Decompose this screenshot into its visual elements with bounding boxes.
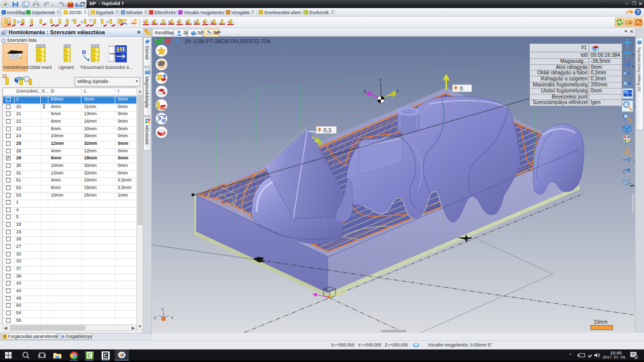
svg-text:0,3: 0,3 (324, 127, 331, 133)
svg-text:x: x (171, 315, 174, 320)
svg-text:y: y (154, 315, 156, 320)
svg-text:?: ? (625, 146, 629, 153)
svg-text:z: z (162, 307, 164, 312)
svg-text:29: UJM-PT-3AEM-D6L50ER32-70A: 29: UJM-PT-3AEM-D6L50ER32-70A (185, 38, 270, 44)
svg-text:de: de (628, 21, 631, 24)
svg-text:x: x (396, 88, 399, 94)
svg-text:0: 0 (460, 85, 463, 92)
svg-text:z: z (379, 77, 382, 82)
svg-text:?: ? (636, 10, 639, 15)
svg-text:10mm: 10mm (594, 319, 608, 325)
svg-text:?: ? (176, 38, 180, 45)
svg-text:y: y (364, 88, 366, 94)
